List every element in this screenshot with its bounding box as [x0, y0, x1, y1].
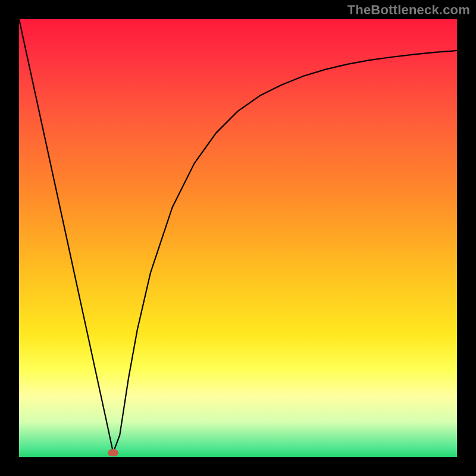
watermark-text: TheBottleneck.com: [347, 2, 470, 18]
minimum-marker: [108, 449, 118, 456]
chart-frame: TheBottleneck.com: [0, 0, 476, 476]
plot-area: [19, 19, 457, 457]
bottleneck-curve: [19, 19, 457, 457]
